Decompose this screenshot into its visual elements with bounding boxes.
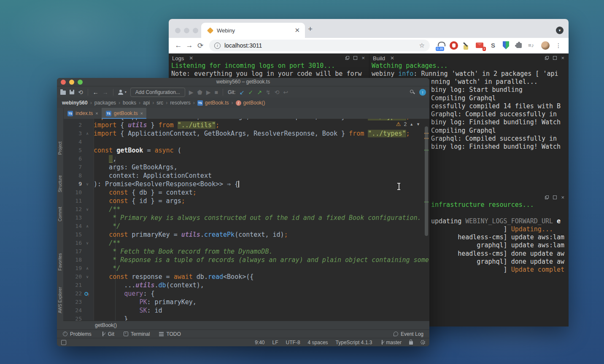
browser-menu-icon[interactable]: ⋮ bbox=[554, 41, 563, 50]
coverage-icon[interactable]: ▶ bbox=[206, 89, 211, 95]
maximize-icon[interactable] bbox=[353, 56, 357, 60]
run-icon[interactable]: ▶ bbox=[189, 89, 194, 95]
playlist-extension-icon[interactable]: ≡♪ bbox=[528, 41, 537, 50]
bookmark-star-icon[interactable]: ☆ bbox=[419, 42, 425, 49]
adblock-extension-icon[interactable] bbox=[450, 41, 458, 50]
fold-marker-icon[interactable]: ∨ bbox=[82, 239, 93, 247]
window-zoom-button[interactable] bbox=[193, 28, 198, 33]
breadcrumb-api[interactable]: api bbox=[143, 100, 150, 106]
tool-strip-aws-explorer[interactable]: AWS Explorer bbox=[57, 287, 63, 313]
toolwindow-todo[interactable]: TODO bbox=[159, 331, 181, 337]
fold-marker-icon[interactable]: ∧ bbox=[82, 264, 93, 273]
editor-tab-getbook-ts[interactable]: TSgetBook.ts× bbox=[102, 108, 146, 119]
error-stripe[interactable] bbox=[423, 119, 429, 321]
git-branch-widget[interactable]: master bbox=[380, 340, 402, 345]
float-icon[interactable] bbox=[545, 56, 549, 60]
breadcrumb-webiny560[interactable]: webiny560 bbox=[62, 100, 88, 106]
stop-icon[interactable]: ■ bbox=[215, 89, 218, 95]
tab-close-icon[interactable]: × bbox=[95, 111, 98, 116]
git-cherry-pick-icon[interactable]: ↯ bbox=[266, 89, 271, 95]
password-manager-shield-icon[interactable] bbox=[502, 41, 510, 50]
inspection-widget[interactable]: ⚠ 2 ▲ ▼ bbox=[396, 121, 420, 127]
toolwindow-problems[interactable]: Problems bbox=[63, 331, 92, 337]
debug-icon[interactable]: ⬟ bbox=[197, 89, 202, 95]
prev-warning-icon[interactable]: ▲ bbox=[410, 122, 413, 126]
tool-window-switcher-icon[interactable] bbox=[61, 340, 66, 345]
fold-marker-icon[interactable]: ∧ bbox=[82, 222, 93, 230]
tool-strip-structure[interactable]: Structure bbox=[57, 175, 63, 193]
infra-terminal-output[interactable]: infrastructure resources...updating WEBI… bbox=[431, 201, 568, 276]
breadcrumb-packages[interactable]: packages bbox=[94, 100, 116, 106]
git-push-icon[interactable]: ↗ bbox=[257, 89, 262, 95]
add-configuration-button[interactable]: Add Configuration... bbox=[130, 88, 185, 97]
fold-marker-icon[interactable]: ∧ bbox=[82, 129, 93, 138]
git-history-icon[interactable]: ⟲ bbox=[275, 89, 280, 95]
build-panel-close-icon[interactable]: ✕ bbox=[388, 55, 397, 61]
recursive-call-gutter-icon[interactable]: ↑ bbox=[84, 291, 90, 297]
status-lf[interactable]: LF bbox=[272, 340, 278, 345]
colorpicker-extension-icon[interactable] bbox=[463, 41, 471, 50]
address-bar[interactable]: i localhost:3011 ☆ bbox=[209, 40, 430, 51]
browser-profile-chip[interactable]: ▾ bbox=[556, 27, 564, 34]
float-icon[interactable] bbox=[345, 56, 349, 60]
close-icon[interactable]: × bbox=[561, 195, 564, 199]
maximize-icon[interactable] bbox=[553, 195, 557, 199]
status-utf-8[interactable]: UTF-8 bbox=[286, 340, 300, 345]
navigate-forward-icon[interactable]: → bbox=[102, 89, 108, 95]
status-9-40[interactable]: 9:40 bbox=[255, 340, 264, 345]
mail-extension-icon[interactable]: 3 bbox=[476, 41, 484, 50]
git-update-icon[interactable]: ↙ bbox=[240, 89, 245, 95]
tool-strip-commit[interactable]: Commit bbox=[57, 207, 63, 221]
back-button[interactable]: ← bbox=[173, 41, 184, 50]
fold-marker-icon[interactable]: ∨ bbox=[82, 205, 93, 214]
window-close-button[interactable] bbox=[175, 28, 181, 33]
user-dropdown-chevron-icon[interactable]: ▾ bbox=[125, 89, 127, 95]
toolwindow-terminal[interactable]: Terminal bbox=[124, 331, 150, 337]
breadcrumb-getbook[interactable]: fgetBook() bbox=[236, 100, 265, 106]
readonly-lock-icon[interactable] bbox=[409, 341, 413, 345]
toolwindow-git[interactable]: Git bbox=[101, 331, 114, 337]
float-icon[interactable] bbox=[545, 195, 549, 199]
logs-panel-close-icon[interactable]: ✕ bbox=[186, 55, 196, 61]
event-log-button[interactable]: Event Log bbox=[394, 331, 423, 337]
editor-tab-index-ts[interactable]: TSindex.ts× bbox=[63, 108, 102, 119]
code-editor[interactable]: 1import { ApplicationContext, GetBookArg… bbox=[63, 119, 429, 321]
reload-button[interactable]: ⟳ bbox=[195, 41, 206, 50]
site-info-icon[interactable]: i bbox=[214, 43, 221, 49]
git-rollback-icon[interactable]: ↩ bbox=[283, 89, 288, 95]
new-tab-button[interactable]: + bbox=[308, 24, 313, 34]
ide-title-bar[interactable]: webiny560 – getBook.ts bbox=[57, 78, 429, 86]
tab-close-icon[interactable]: × bbox=[140, 111, 143, 116]
extensions-puzzle-icon[interactable] bbox=[515, 41, 523, 50]
user-icon[interactable] bbox=[118, 90, 124, 95]
editor-context-bar[interactable]: getBook() bbox=[63, 321, 429, 329]
close-icon[interactable]: × bbox=[561, 56, 564, 60]
browser-tab-webiny[interactable]: Webiny ✕ bbox=[201, 23, 305, 38]
forward-button[interactable]: → bbox=[184, 41, 195, 50]
tool-strip-project[interactable]: Project bbox=[57, 142, 63, 155]
build-panel-title[interactable]: Build bbox=[369, 55, 388, 62]
save-all-icon[interactable] bbox=[70, 90, 74, 94]
search-everywhere-icon[interactable] bbox=[410, 89, 415, 95]
breadcrumb-getbook-ts[interactable]: TSgetBook.ts bbox=[197, 100, 229, 106]
session-extension-icon[interactable]: S bbox=[489, 41, 497, 50]
status-4-spaces[interactable]: 4 spaces bbox=[308, 340, 328, 345]
close-icon[interactable]: × bbox=[361, 56, 365, 60]
maximize-icon[interactable] bbox=[553, 56, 557, 60]
window-minimize-button[interactable] bbox=[184, 28, 189, 33]
ide-update-icon[interactable]: ↑ bbox=[419, 89, 426, 96]
window-close-button[interactable] bbox=[61, 80, 66, 85]
logs-panel-title[interactable]: Logs bbox=[169, 55, 186, 62]
breadcrumb-src[interactable]: src bbox=[156, 100, 163, 106]
next-warning-icon[interactable]: ▼ bbox=[416, 122, 420, 126]
indexing-gear-icon[interactable] bbox=[421, 340, 425, 345]
fold-marker-icon[interactable]: ∨ bbox=[82, 273, 93, 281]
open-icon[interactable] bbox=[60, 91, 66, 95]
window-zoom-button[interactable] bbox=[78, 80, 83, 85]
scale-extension-icon[interactable]: 0.35 bbox=[437, 41, 445, 50]
fold-marker-icon[interactable]: ∨ bbox=[82, 180, 93, 188]
status-typescript-4-1-3[interactable]: TypeScript 4.1.3 bbox=[336, 340, 372, 345]
browser-avatar[interactable] bbox=[541, 41, 550, 50]
sync-icon[interactable]: ⟲ bbox=[78, 89, 83, 95]
build-terminal-output-continued[interactable]: nning 'watch' in parallel...biny log: St… bbox=[431, 78, 568, 154]
